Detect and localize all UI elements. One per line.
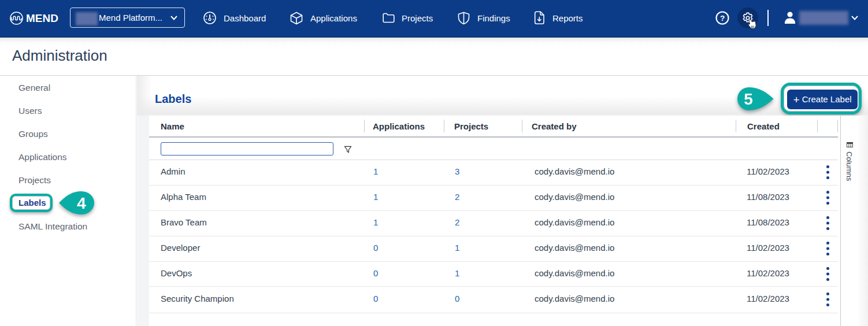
svg-text:?: ?	[720, 14, 725, 23]
svg-text:4: 4	[77, 194, 86, 212]
svg-text:5: 5	[744, 90, 753, 108]
